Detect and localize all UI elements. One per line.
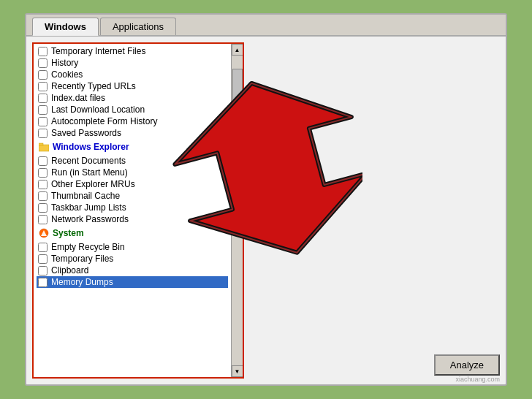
scroll-thumb[interactable] bbox=[232, 69, 243, 113]
list-item-selected[interactable]: Memory Dumps bbox=[37, 276, 228, 288]
list-item: Run (in Start Menu) bbox=[37, 167, 228, 178]
list-item: Cookies bbox=[37, 69, 228, 80]
item-label: Index.dat files bbox=[51, 93, 105, 103]
checkbox-last-download[interactable] bbox=[38, 105, 48, 115]
list-item: Temporary Files bbox=[37, 253, 228, 265]
list-item: Other Explorer MRUs bbox=[37, 178, 228, 190]
checkbox-recent-docs[interactable] bbox=[38, 156, 48, 166]
folder-icon bbox=[38, 141, 50, 153]
list-item: Thumbnail Cache bbox=[37, 190, 228, 202]
checkbox-memory-dumps[interactable] bbox=[38, 278, 48, 287]
analyze-button[interactable]: Analyze bbox=[434, 354, 500, 376]
checkbox-temp-files[interactable] bbox=[38, 254, 48, 264]
list-item: Clipboard bbox=[37, 265, 228, 276]
right-panel: Analyze bbox=[250, 42, 500, 379]
list-item: History bbox=[37, 57, 228, 69]
item-label: Clipboard bbox=[51, 265, 88, 276]
item-label: Empty Recycle Bin bbox=[51, 242, 125, 252]
list-item: Empty Recycle Bin bbox=[37, 241, 228, 253]
checkbox-other-mrus[interactable] bbox=[38, 180, 48, 189]
item-label: Taskbar Jump Lists bbox=[51, 202, 126, 213]
watermark: xiachuang.com bbox=[455, 376, 500, 383]
system-section-label: System bbox=[53, 228, 84, 238]
item-label: Other Explorer MRUs bbox=[51, 179, 135, 189]
item-label: Recent Documents bbox=[51, 156, 126, 166]
section-header-system: System bbox=[37, 225, 228, 241]
scroll-down-button[interactable]: ▼ bbox=[232, 365, 243, 377]
list-item: Saved Passwords bbox=[37, 127, 228, 139]
checkbox-history[interactable] bbox=[38, 58, 48, 68]
item-label: Temporary Files bbox=[51, 254, 113, 264]
checkbox-network-passwords[interactable] bbox=[38, 215, 48, 224]
list-item: Taskbar Jump Lists bbox=[37, 202, 228, 213]
system-icon bbox=[38, 227, 50, 239]
svg-rect-0 bbox=[39, 145, 49, 151]
checkbox-empty-recycle[interactable] bbox=[38, 243, 48, 252]
tab-bar: Windows Applications bbox=[26, 15, 506, 37]
list-item: Temporary Internet Files bbox=[37, 45, 228, 57]
checkbox-clipboard[interactable] bbox=[38, 266, 48, 276]
content-area: Temporary Internet Files History Cookies… bbox=[26, 37, 506, 384]
checkbox-cookies[interactable] bbox=[38, 70, 48, 80]
scrollbar[interactable]: ▲ ▼ bbox=[231, 44, 243, 377]
left-panel: Temporary Internet Files History Cookies… bbox=[32, 42, 244, 379]
list-item: Autocomplete Form History bbox=[37, 115, 228, 127]
list-item: Last Download Location bbox=[37, 104, 228, 115]
checkbox-thumbnail-cache[interactable] bbox=[38, 191, 48, 201]
list-item: Index.dat files bbox=[37, 92, 228, 104]
checkbox-temp-internet[interactable] bbox=[38, 47, 48, 56]
checkbox-run[interactable] bbox=[38, 168, 48, 178]
scroll-up-button[interactable]: ▲ bbox=[232, 44, 243, 56]
item-label: Saved Passwords bbox=[51, 128, 121, 138]
items-list: Temporary Internet Files History Cookies… bbox=[34, 44, 231, 377]
tab-applications[interactable]: Applications bbox=[100, 18, 176, 35]
checkbox-saved-passwords[interactable] bbox=[38, 129, 48, 138]
checkbox-typed-urls[interactable] bbox=[38, 82, 48, 91]
item-label: Thumbnail Cache bbox=[51, 191, 120, 201]
item-label: Last Download Location bbox=[51, 104, 145, 115]
item-label: Temporary Internet Files bbox=[51, 46, 145, 56]
checkbox-autocomplete[interactable] bbox=[38, 117, 48, 126]
item-label: Cookies bbox=[51, 69, 83, 80]
list-item: Recently Typed URLs bbox=[37, 80, 228, 92]
checkbox-index-dat[interactable] bbox=[38, 94, 48, 103]
section-header-explorer: Windows Explorer bbox=[37, 139, 228, 155]
tab-windows[interactable]: Windows bbox=[32, 18, 99, 36]
item-label: Autocomplete Form History bbox=[51, 116, 157, 126]
list-item: Network Passwords bbox=[37, 213, 228, 225]
list-item: Recent Documents bbox=[37, 155, 228, 167]
explorer-section-label: Windows Explorer bbox=[53, 142, 129, 152]
checkbox-taskbar-jump[interactable] bbox=[38, 203, 48, 213]
item-label: History bbox=[51, 58, 78, 68]
item-label: Run (in Start Menu) bbox=[51, 167, 128, 178]
main-dialog: Windows Applications Temporary Internet … bbox=[25, 13, 507, 386]
item-label: Memory Dumps bbox=[51, 277, 113, 287]
item-label: Network Passwords bbox=[51, 214, 129, 224]
svg-rect-1 bbox=[39, 143, 43, 145]
item-label: Recently Typed URLs bbox=[51, 81, 136, 91]
